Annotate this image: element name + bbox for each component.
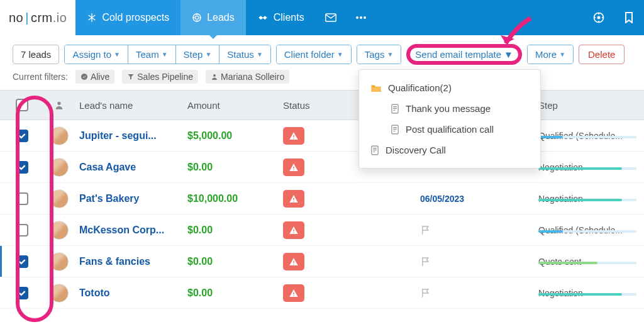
lead-name[interactable]: Pat's Bakery	[74, 193, 187, 204]
row-checkbox[interactable]	[0, 192, 44, 205]
toolbar-group-3: Tags▼	[357, 45, 402, 64]
filter-pipeline[interactable]: Sales Pipeline	[122, 70, 198, 84]
nav-more[interactable]	[346, 0, 376, 35]
lead-reminder[interactable]	[370, 256, 533, 267]
table-row[interactable]: Fans & fancies $0.00 Quote sent	[0, 246, 644, 277]
goal-icon	[592, 11, 605, 24]
lead-status[interactable]	[275, 159, 370, 176]
nav-cold-prospects[interactable]: Cold prospects	[75, 0, 180, 35]
lead-status[interactable]	[275, 190, 370, 208]
svg-point-3	[356, 16, 358, 19]
lead-reminder[interactable]	[370, 287, 533, 299]
svg-rect-13	[293, 166, 294, 168]
row-checkbox[interactable]	[0, 161, 44, 174]
svg-point-7	[597, 16, 599, 18]
lead-step[interactable]: Negotiation	[533, 194, 644, 204]
table-row[interactable]: McKesson Corp... $0.00 Qualified (Schedu…	[0, 214, 644, 246]
svg-rect-11	[293, 135, 294, 136]
table-row[interactable]: Jupiter - segui... $5,000.00 Qualified (…	[0, 120, 644, 152]
table-row[interactable]: Tototo $0.00 Negotiation	[0, 277, 644, 309]
filter-user-label: Mariana Solleiro	[221, 72, 284, 82]
toolbar: 7 leads Assign to▼ Team▼ Step▼ Status▼ C…	[0, 35, 644, 70]
lead-status[interactable]	[275, 253, 370, 270]
delete-button[interactable]: Delete	[579, 45, 625, 64]
status-button[interactable]: Status▼	[219, 45, 270, 64]
tags-button[interactable]: Tags▼	[357, 45, 401, 64]
lead-amount: $10,000.00	[187, 193, 275, 204]
row-avatar	[44, 158, 74, 177]
header-step[interactable]: Step	[533, 100, 644, 111]
dropdown-template-post-qual[interactable]: Post qualification call	[359, 119, 540, 140]
header-amount[interactable]: Amount	[187, 100, 275, 111]
bookmark-icon	[625, 12, 633, 23]
lead-name[interactable]: McKesson Corp...	[74, 225, 187, 236]
lead-step[interactable]: Qualified (Schedule...	[533, 131, 644, 141]
lead-name[interactable]: Tototo	[74, 287, 187, 299]
lead-name[interactable]: Fans & fancies	[74, 256, 187, 267]
team-button[interactable]: Team▼	[128, 45, 176, 64]
header-checkbox[interactable]	[0, 99, 44, 111]
document-icon	[391, 104, 399, 114]
logo[interactable]: no|crm.io	[0, 0, 75, 35]
nav-leads[interactable]: Leads	[180, 0, 246, 35]
tags-label: Tags	[365, 49, 385, 60]
dropdown-item-label: Thank you message	[406, 103, 491, 114]
top-nav: no|crm.io Cold prospects Leads Clients	[0, 0, 644, 35]
header-name[interactable]: Lead's name	[74, 100, 187, 111]
header-status[interactable]: Status	[275, 100, 370, 111]
row-avatar	[44, 284, 74, 303]
row-avatar	[44, 252, 74, 271]
row-checkbox[interactable]	[0, 224, 44, 237]
nav-clients[interactable]: Clients	[246, 0, 316, 35]
lead-step[interactable]: Negotiation	[533, 162, 644, 172]
dropdown-folder-qualification[interactable]: Qualification(2)	[359, 77, 540, 98]
filter-alive[interactable]: Alive	[75, 70, 114, 84]
row-checkbox[interactable]	[0, 287, 44, 299]
lead-name[interactable]: Jupiter - segui...	[74, 130, 187, 142]
svg-rect-17	[293, 229, 294, 231]
lead-step[interactable]: Negotiation	[533, 288, 644, 298]
more-button[interactable]: More▼	[528, 45, 573, 64]
lead-reminder[interactable]: 06/05/2023	[370, 194, 533, 204]
nav-goals[interactable]	[584, 0, 614, 35]
table-header: Lead's name Amount Status Step	[0, 90, 644, 120]
send-email-label: Send email template	[415, 49, 501, 60]
table-row[interactable]: Casa Agave $0.00 Negotiation	[0, 152, 644, 183]
lead-amount: $0.00	[187, 162, 275, 173]
caret-icon: ▼	[387, 51, 393, 58]
leads-table: Lead's name Amount Status Step Jupiter -…	[0, 90, 644, 309]
caret-icon: ▼	[337, 51, 343, 58]
lead-amount: $5,000.00	[187, 130, 275, 142]
svg-point-10	[57, 102, 60, 105]
svg-point-1	[195, 16, 198, 19]
row-checkbox[interactable]	[0, 255, 44, 268]
lead-status[interactable]	[275, 127, 370, 145]
lead-name[interactable]: Casa Agave	[74, 162, 187, 173]
filter-pipeline-label: Sales Pipeline	[137, 72, 193, 82]
svg-rect-21	[293, 292, 294, 294]
client-folder-button[interactable]: Client folder▼	[277, 45, 351, 64]
lead-step[interactable]: Quote sent	[533, 257, 644, 267]
nav-leads-label: Leads	[207, 12, 235, 23]
logo-io: .io	[53, 11, 67, 25]
lead-reminder[interactable]	[370, 225, 533, 236]
step-button[interactable]: Step▼	[176, 45, 220, 64]
row-avatar	[44, 126, 74, 145]
assign-to-button[interactable]: Assign to▼	[65, 45, 128, 64]
dropdown-template-thank-you[interactable]: Thank you message	[359, 98, 540, 119]
dropdown-folder-label: Qualification(2)	[388, 82, 452, 93]
svg-rect-14	[293, 169, 294, 170]
lead-status[interactable]	[275, 284, 370, 302]
filter-user[interactable]: Mariana Solleiro	[206, 70, 289, 84]
nav-mail[interactable]	[316, 0, 346, 35]
check-circle-icon	[80, 73, 88, 81]
row-checkbox[interactable]	[0, 130, 44, 142]
nav-bookmark[interactable]	[614, 0, 644, 35]
dropdown-template-discovery[interactable]: Discovery Call	[359, 140, 540, 160]
dropdown-item-label: Discovery Call	[386, 145, 446, 155]
table-row[interactable]: Pat's Bakery $10,000.00 06/05/2023 Negot…	[0, 183, 644, 214]
send-email-template-button[interactable]: Send email template▼	[406, 44, 522, 65]
lead-status[interactable]	[275, 221, 370, 239]
dropdown-item-label: Post qualification call	[406, 124, 494, 135]
lead-step[interactable]: Qualified (Schedule...	[533, 225, 644, 235]
